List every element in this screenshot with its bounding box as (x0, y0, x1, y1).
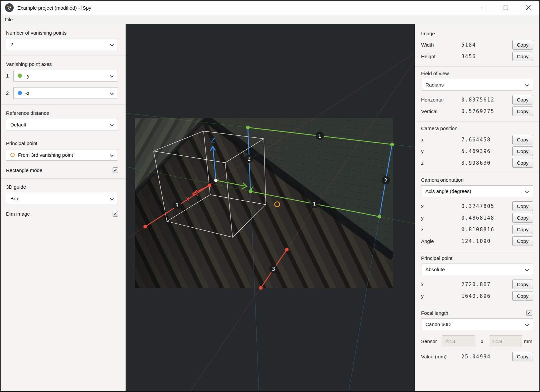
vanishing-lines-overlay: Z Y x (126, 24, 415, 391)
sensor-unit-label: mm (524, 338, 532, 344)
quad-corner-handle[interactable] (246, 126, 250, 129)
fov-horizontal-value: 0.8375612 (461, 97, 494, 103)
chevron-down-icon (525, 189, 529, 193)
svg-text:2: 2 (384, 178, 387, 184)
reference-distance-select[interactable]: Default (6, 119, 118, 130)
quad-corner-handle[interactable] (378, 215, 381, 219)
sensor-height-input[interactable] (489, 335, 522, 347)
copy-principal-x-button[interactable]: Copy (512, 280, 533, 289)
vp1-badge: 1 (310, 200, 319, 208)
camera-position-z-row: z 3.998630 Copy (421, 157, 533, 169)
photo-upper-handrail (135, 118, 206, 193)
divider (415, 121, 539, 121)
image-width-row: Width 5184 Copy (421, 39, 533, 51)
quad-corner-handle[interactable] (390, 143, 394, 146)
principal-point-heading: Principal point (421, 255, 533, 261)
quad-corner-handle[interactable] (249, 190, 253, 193)
copy-orientation-x-button[interactable]: Copy (512, 201, 533, 211)
vp3-badge: 3 (270, 265, 278, 273)
vp3-line-handle[interactable] (208, 184, 212, 187)
focal-length-heading: Focal length (421, 310, 448, 316)
vp3-badge: 3 (173, 201, 181, 210)
dim-image-label: Dim image (6, 211, 30, 217)
vp-count-select[interactable]: 2 (6, 39, 118, 50)
image-section-heading: Image (421, 31, 533, 36)
svg-text:1: 1 (318, 133, 321, 139)
vp3-line-handle[interactable] (144, 225, 147, 229)
copy-orientation-z-button[interactable]: Copy (512, 225, 533, 234)
fov-vertical-row: Vertical 0.5769275 Copy (421, 105, 533, 117)
chevron-down-icon (525, 268, 529, 272)
origin-handle[interactable] (214, 179, 218, 182)
title-bar: Example project (modified) - fSpy (1, 1, 539, 15)
copy-focal-length-button[interactable]: Copy (512, 352, 533, 361)
copy-camera-z-button[interactable]: Copy (512, 158, 533, 168)
copy-image-width-button[interactable]: Copy (512, 40, 533, 50)
fov-section-heading: Field of view (421, 71, 533, 76)
vp2-badge: 2 (245, 155, 254, 163)
orientation-mode-select[interactable]: Axis angle (degrees) (421, 185, 533, 197)
divider (415, 173, 539, 173)
camera-position-x-row: x 7.664458 Copy (421, 134, 533, 145)
copy-camera-y-button[interactable]: Copy (512, 146, 533, 156)
image-height-row: Height 3456 Copy (421, 51, 533, 62)
orientation-angle-value: 124.1090 (461, 238, 491, 244)
fov-unit-select[interactable]: Radians (421, 79, 533, 91)
camera-position-y-value: 5.469396 (461, 148, 491, 154)
svg-text:1: 1 (313, 201, 316, 207)
maximize-button[interactable] (498, 2, 513, 13)
z-axis-label: Z (211, 136, 215, 144)
svg-text:2: 2 (248, 156, 251, 162)
axis-2-index: 2 (6, 90, 13, 96)
chevron-down-icon (110, 153, 114, 157)
vp-axis-2-select[interactable]: -z (13, 87, 118, 99)
results-panel: Image Width 5184 Copy Height 3456 Copy F… (415, 24, 539, 391)
minimize-icon (481, 5, 486, 10)
copy-principal-y-button[interactable]: Copy (512, 291, 533, 301)
principal-point-label: Principal point (6, 140, 120, 146)
canvas-viewport[interactable]: Z Y x (126, 24, 415, 391)
copy-image-height-button[interactable]: Copy (512, 52, 533, 61)
dim-image-checkbox[interactable]: ✔ (113, 211, 118, 217)
chevron-down-icon (110, 91, 114, 95)
window-title: Example project (modified) - fSpy (17, 5, 91, 11)
orientation-y-value: 0.4868148 (461, 215, 494, 221)
vp3-line-handle[interactable] (259, 286, 263, 290)
principal-point-marker[interactable] (275, 202, 280, 207)
vp3-line-handle[interactable] (285, 248, 289, 252)
principal-point-x-value: 2720.867 (461, 282, 491, 288)
divider (415, 251, 539, 251)
camera-position-heading: Camera position (421, 125, 533, 131)
minimize-button[interactable] (475, 2, 491, 13)
focal-length-value: 25.04994 (461, 354, 491, 360)
divider (1, 178, 126, 179)
close-button[interactable] (521, 2, 536, 13)
chevron-down-icon (110, 74, 114, 78)
settings-panel: Number of vanishing points 2 Vanishing p… (1, 24, 126, 391)
x-axis-label: x (186, 195, 189, 202)
camera-preset-select[interactable]: Canon 60D (421, 318, 533, 330)
fov-vertical-value: 0.5769275 (461, 108, 494, 114)
axis-1-index: 1 (6, 73, 13, 79)
principal-point-select[interactable]: From 3rd vanishing point (6, 149, 118, 161)
rectangle-mode-checkbox[interactable]: ✔ (113, 167, 118, 173)
menu-file[interactable]: File (5, 16, 15, 23)
sensor-width-input[interactable] (442, 335, 475, 347)
copy-fov-vertical-button[interactable]: Copy (512, 106, 533, 116)
orientation-angle-row: Angle 124.1090 Copy (421, 235, 533, 247)
chevron-down-icon (110, 43, 114, 47)
axis-2-color-dot-icon (18, 91, 22, 95)
fov-horizontal-row: Horizontal 0.8375612 Copy (421, 94, 533, 105)
principal-point-mode-select[interactable]: Absolute (421, 264, 533, 275)
vp-axis-1-select[interactable]: -y (13, 70, 118, 82)
3d-guide-select[interactable]: Box (6, 193, 118, 204)
copy-fov-horizontal-button[interactable]: Copy (512, 95, 533, 104)
copy-orientation-angle-button[interactable]: Copy (512, 236, 533, 246)
divider (415, 66, 539, 67)
sensor-label: Sensor (421, 338, 442, 344)
focal-length-value-row: Value (mm) 25.04994 Copy (421, 351, 533, 362)
copy-camera-x-button[interactable]: Copy (512, 135, 533, 144)
copy-orientation-y-button[interactable]: Copy (512, 213, 533, 223)
focal-length-checkbox[interactable]: ✔ (526, 310, 532, 316)
divider (415, 306, 539, 306)
